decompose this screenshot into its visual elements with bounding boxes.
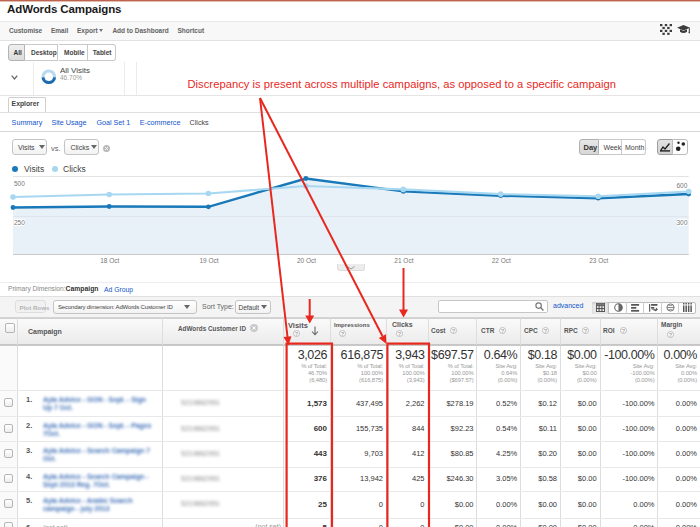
svg-text:Discrepancy is present across: Discrepancy is present across multiple c… <box>188 78 616 90</box>
